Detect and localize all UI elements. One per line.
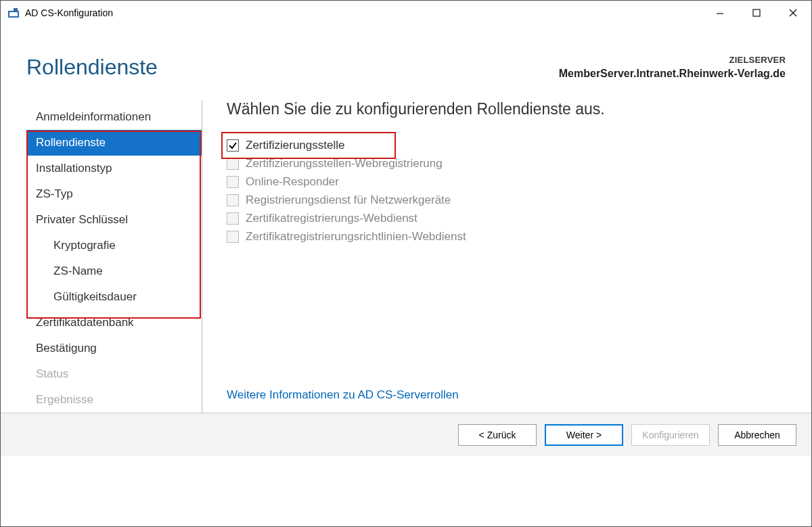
sidebar-item-rollendienste[interactable]: Rollendienste xyxy=(26,130,202,156)
page-title: Rollendienste xyxy=(26,55,158,80)
window-title: AD CS-Konfiguration xyxy=(25,7,702,18)
option-label: Zertifizierungsstelle xyxy=(246,139,344,152)
svg-rect-1 xyxy=(9,12,18,16)
sidebar: Anmeldeinformationen Rollendienste Insta… xyxy=(26,100,202,413)
target-label: ZIELSERVER xyxy=(559,55,786,65)
sidebar-item-kryptografie[interactable]: Kryptografie xyxy=(26,233,202,258)
cancel-button[interactable]: Abbrechen xyxy=(718,424,796,446)
content-heading: Wählen Sie die zu konfigurierenden Rolle… xyxy=(227,100,786,118)
sidebar-item-status: Status xyxy=(26,361,202,387)
svg-rect-4 xyxy=(753,9,760,16)
sidebar-item-installationstyp[interactable]: Installationstyp xyxy=(26,156,202,181)
window-controls xyxy=(702,1,811,25)
sidebar-item-gueltigkeitsdauer[interactable]: Gültigkeitsdauer xyxy=(26,284,202,310)
minimize-button[interactable] xyxy=(702,1,738,25)
maximize-button[interactable] xyxy=(738,1,775,25)
checkbox-icon xyxy=(227,212,239,225)
checkbox-icon xyxy=(227,158,239,170)
close-button[interactable] xyxy=(775,1,811,25)
checkbox-icon xyxy=(227,194,239,206)
next-button[interactable]: Weiter > xyxy=(545,424,623,446)
more-info-link[interactable]: Weitere Informationen zu AD CS-Serverrol… xyxy=(227,307,786,413)
content: Wählen Sie die zu konfigurierenden Rolle… xyxy=(202,100,786,413)
sidebar-item-zs-typ[interactable]: ZS-Typ xyxy=(26,181,202,207)
target-server-block: ZIELSERVER MemberServer.Intranet.Rheinwe… xyxy=(559,55,786,80)
target-name: MemberServer.Intranet.Rheinwerk-Verlag.d… xyxy=(559,68,786,80)
back-button[interactable]: < Zurück xyxy=(458,424,537,446)
svg-rect-2 xyxy=(14,8,18,11)
option-zertifizierungsstelle[interactable]: Zertifizierungsstelle xyxy=(227,139,786,152)
option-webregistrierung: Zertifizierungsstellen-Webregistrierung xyxy=(227,157,786,170)
footer: < Zurück Weiter > Konfigurieren Abbreche… xyxy=(1,413,811,456)
option-registrierungsdienst: Registrierungsdienst für Netzwerkgeräte xyxy=(227,193,786,207)
sidebar-item-zertifikatdatenbank[interactable]: Zertifikatdatenbank xyxy=(26,310,202,336)
checkbox-icon xyxy=(227,139,239,152)
checkbox-icon xyxy=(227,231,239,243)
option-label: Registrierungsdienst für Netzwerkgeräte xyxy=(246,193,451,207)
sidebar-item-bestaetigung[interactable]: Bestätigung xyxy=(26,336,202,361)
configure-button: Konfigurieren xyxy=(631,424,710,446)
main: Anmeldeinformationen Rollendienste Insta… xyxy=(1,80,811,413)
option-label: Online-Responder xyxy=(246,175,339,189)
sidebar-item-privater-schluessel[interactable]: Privater Schlüssel xyxy=(26,207,202,233)
app-icon xyxy=(7,7,20,19)
role-services-list: Zertifizierungsstelle Zertifizierungsste… xyxy=(227,139,786,248)
option-webdienst: Zertifikatregistrierungs-Webdienst xyxy=(227,212,786,225)
titlebar: AD CS-Konfiguration xyxy=(1,1,811,25)
checkbox-icon xyxy=(227,176,239,188)
header: Rollendienste ZIELSERVER MemberServer.In… xyxy=(1,25,811,80)
sidebar-item-zs-name[interactable]: ZS-Name xyxy=(26,258,202,284)
option-label: Zertifikatregistrierungs-Webdienst xyxy=(246,212,418,225)
option-label: Zertifikatregistrierungsrichtlinien-Webd… xyxy=(246,230,466,244)
option-online-responder: Online-Responder xyxy=(227,175,786,189)
sidebar-item-anmeldeinformationen[interactable]: Anmeldeinformationen xyxy=(26,104,202,130)
option-label: Zertifizierungsstellen-Webregistrierung xyxy=(246,157,443,170)
sidebar-item-ergebnisse: Ergebnisse xyxy=(26,387,202,413)
option-richtlinien-webdienst: Zertifikatregistrierungsrichtlinien-Webd… xyxy=(227,230,786,244)
